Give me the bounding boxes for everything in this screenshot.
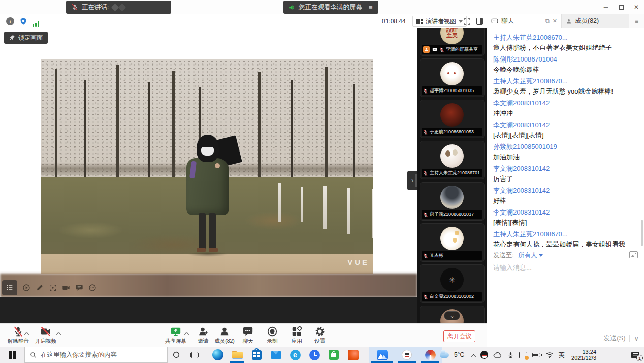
wifi-icon[interactable]: [543, 347, 556, 363]
apps-grid-icon: [291, 326, 302, 337]
message-sender: 孙紫颜210085001019: [493, 142, 638, 152]
focus-icon[interactable]: [49, 284, 57, 292]
layout-panel-icon[interactable]: [476, 18, 483, 25]
message-sender: 李文澜2008310142: [493, 120, 638, 130]
notification-center-icon[interactable]: 1: [627, 347, 644, 363]
task-view-icon[interactable]: [188, 347, 201, 363]
file-explorer-icon[interactable]: [228, 347, 247, 363]
chat-messages[interactable]: 主持人朱芷萈21008670... 邀人傅脂粉，不自著罗衣美女姐姐绝绝子陈俐彤2…: [487, 29, 644, 247]
network-signal-icon[interactable]: [33, 19, 41, 27]
microphone-icon[interactable]: [505, 347, 517, 363]
banner-menu-icon[interactable]: ≡: [369, 4, 373, 11]
camera-icon[interactable]: [62, 284, 70, 292]
watching-banner: 您正在观看李满的屏幕 ≡: [283, 1, 378, 14]
send-image-icon[interactable]: [629, 251, 638, 258]
cloud-icon[interactable]: [491, 347, 505, 363]
mail-icon[interactable]: [266, 347, 285, 363]
tab-chat[interactable]: 聊天 ⧉ ✕: [487, 14, 561, 28]
toolbar-label: 邀请: [198, 338, 209, 345]
start-button[interactable]: [0, 347, 24, 363]
send-to-label: 发送至:: [493, 251, 514, 260]
panel-menu-icon[interactable]: ≡: [629, 14, 644, 28]
chevron-up-icon[interactable]: [24, 331, 29, 336]
chat-panel: 聊天 ⧉ ✕ 成员(82) ≡ 主持人朱芷萈21008670... 邀人傅脂粉，…: [487, 14, 644, 347]
message-text: 冲冲冲: [493, 108, 638, 118]
participant-tile[interactable]: ✳白文玺210083101002: [420, 264, 485, 303]
blue-e-app-icon[interactable]: e: [285, 347, 305, 363]
participant-name: 赵宇博210085001035: [422, 86, 482, 95]
white-circle-app-icon[interactable]: [395, 347, 418, 363]
participant-tile[interactable]: 于思航210086801053: [420, 100, 485, 138]
participants-strip: 設計至美李满的屏幕共享赵宇博210085001035于思航21008680105…: [417, 28, 487, 323]
notification-badge: 1: [636, 355, 643, 361]
leave-meeting-button[interactable]: 离开会议: [443, 330, 475, 342]
participant-tile[interactable]: 主持人朱芷萈210086701...: [420, 141, 485, 179]
chat-message: 主持人朱芷萈21008670... 邀人傅脂粉，不自著罗衣美女姐姐绝绝子: [493, 33, 638, 53]
vue-watermark: VUE: [347, 258, 369, 266]
qq-icon[interactable]: [478, 347, 491, 363]
mic-muted-icon: [423, 212, 428, 217]
mic-muted-icon: [423, 294, 428, 299]
collapse-strip-handle[interactable]: ›: [407, 171, 417, 190]
shared-video[interactable]: VUE @番薯叶炒番薯: [41, 59, 373, 274]
office-icon[interactable]: [343, 347, 363, 363]
meeting-app-icon[interactable]: [369, 347, 395, 363]
toolbar-label: 成员(82): [214, 338, 235, 345]
comment-icon[interactable]: [75, 284, 83, 292]
scroll-more-button[interactable]: ⌄: [444, 311, 460, 320]
chat-message: 李文澜2008310142 厉害了: [493, 164, 638, 184]
popout-icon[interactable]: ⧉: [545, 18, 550, 24]
chat-message: 孙紫颜210085001019 加油加油: [493, 142, 638, 162]
taskbar-search[interactable]: 在这里输入你要搜索的内容: [24, 347, 168, 363]
toolbar-label: 共享屏幕: [165, 338, 186, 345]
fullscreen-icon[interactable]: [463, 18, 471, 26]
message-input[interactable]: 请输入消息...: [493, 263, 532, 273]
members-icon: [219, 326, 230, 337]
more-icon[interactable]: [88, 284, 96, 292]
maximize-button[interactable]: [614, 0, 629, 14]
taskbar-clock[interactable]: 13:242021/12/3: [567, 349, 600, 361]
edge-icon[interactable]: [208, 347, 228, 363]
chat-bubble-icon: [242, 326, 253, 337]
clock-app-icon[interactable]: [305, 347, 324, 363]
members-tab-icon: [566, 18, 572, 24]
tab-members[interactable]: 成员(82): [561, 14, 629, 28]
settings-button[interactable]: 设置: [306, 326, 334, 345]
participant-tile[interactable]: 亢杰彬: [420, 223, 485, 262]
chat-message: 李文澜2008310142 [表情][表情][表情]: [493, 120, 638, 140]
send-options-chevron[interactable]: ∨: [634, 335, 639, 342]
chevron-up-icon[interactable]: [56, 331, 61, 336]
list-icon[interactable]: [2, 280, 17, 295]
send-to-row: 发送至: 所有人: [493, 251, 543, 260]
participant-tile[interactable]: 唐子涵210086801037: [420, 182, 485, 221]
cortana-icon[interactable]: [170, 347, 183, 363]
hidden-icons-chevron[interactable]: [469, 347, 478, 363]
chevron-down-icon: [459, 20, 463, 23]
chat-scrollbar[interactable]: [641, 220, 643, 246]
ime-indicator[interactable]: 英: [556, 347, 567, 363]
participant-tile[interactable]: 設計至美李满的屏幕共享: [420, 28, 485, 56]
pencil-icon[interactable]: [36, 284, 44, 292]
store-icon[interactable]: [247, 347, 266, 363]
pin-view-button[interactable]: 锁定画面: [4, 32, 48, 44]
battery-icon[interactable]: [530, 347, 543, 363]
close-button[interactable]: ✕: [629, 0, 644, 14]
mic-muted-icon: [423, 253, 428, 258]
view-mode-dropdown[interactable]: 演讲者视图: [412, 16, 467, 27]
send-button[interactable]: 发送(S): [603, 334, 625, 343]
info-icon[interactable]: i: [6, 17, 14, 25]
send-to-select[interactable]: 所有人: [518, 251, 543, 260]
avatar-loading: ✳: [440, 268, 464, 291]
shield-icon[interactable]: [19, 17, 27, 25]
weather-icon[interactable]: [437, 347, 452, 363]
chevron-up-icon[interactable]: [184, 331, 189, 336]
play-icon[interactable]: [22, 284, 30, 292]
screen-cast-icon[interactable]: [517, 347, 530, 363]
participant-tile[interactable]: 赵宇博210085001035: [420, 58, 485, 97]
minimize-button[interactable]: ─: [598, 0, 614, 14]
green-store-app-icon[interactable]: [324, 347, 343, 363]
clock-date: 2021/12/3: [571, 355, 596, 361]
speaker-view-icon: [416, 19, 423, 24]
close-chat-icon[interactable]: ✕: [553, 18, 557, 24]
message-sender: 主持人朱芷萈21008670...: [493, 76, 638, 86]
